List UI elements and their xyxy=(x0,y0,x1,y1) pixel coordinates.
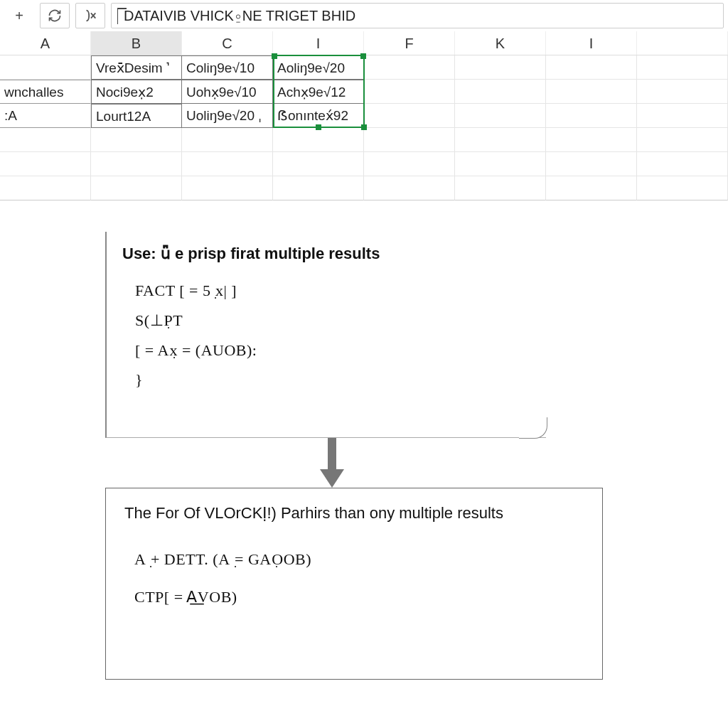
cell[interactable] xyxy=(273,176,364,200)
info-panel-2-line1: Aִ + DETT. (Aִ = GAִOOB) xyxy=(134,541,584,579)
cell[interactable] xyxy=(455,152,546,176)
cell[interactable]: :A xyxy=(0,104,91,128)
cell[interactable] xyxy=(273,152,364,176)
cell[interactable] xyxy=(455,80,546,104)
cell[interactable] xyxy=(637,176,728,200)
col-header-i2[interactable]: I xyxy=(546,31,637,55)
grid-row: Vrex̄Desim ˺ Coliŋ9e√10 Aoliŋ9e√20 xyxy=(0,55,728,80)
cell[interactable]: Uohx̣9e√10 xyxy=(182,80,273,104)
grid-row xyxy=(0,176,728,200)
cell[interactable] xyxy=(0,128,91,152)
info-panel-1-line1: FACT [ = 5ִ x| ] xyxy=(135,276,530,306)
grid-row: :A Lourt12A Uoliŋ9e√20 ˌ ẞonıntex́92 xyxy=(0,104,728,128)
arrow-down-icon xyxy=(321,438,341,488)
grid-row xyxy=(0,152,728,176)
cell[interactable]: wnchalles xyxy=(0,80,91,104)
cell[interactable] xyxy=(364,55,455,80)
formula-bar[interactable]: DATAIVIB VHICK⍛NE TRIGET BHID xyxy=(111,3,724,28)
col-header-empty[interactable] xyxy=(637,31,728,55)
cell[interactable] xyxy=(91,152,182,176)
cell[interactable] xyxy=(455,128,546,152)
col-header-b[interactable]: B xyxy=(91,31,182,55)
grid-row xyxy=(0,128,728,152)
cell[interactable] xyxy=(364,176,455,200)
info-panel-1-line4: } xyxy=(135,365,530,395)
cell[interactable] xyxy=(91,176,182,200)
info-panel-2-line2: CTP[ = A͟VOB) xyxy=(134,579,584,616)
cell[interactable] xyxy=(273,128,364,152)
cell[interactable] xyxy=(546,128,637,152)
info-panel-2: The For Of VLOrCKỊ!) Parhirs than ony mu… xyxy=(105,488,603,680)
col-header-a[interactable]: A xyxy=(0,31,91,55)
cell[interactable] xyxy=(546,176,637,200)
panel-corner-decoration xyxy=(519,417,547,439)
col-header-k[interactable]: K xyxy=(455,31,546,55)
cell[interactable] xyxy=(546,80,637,104)
col-header-i[interactable]: I xyxy=(273,31,364,55)
cell[interactable] xyxy=(637,55,728,80)
cell[interactable] xyxy=(637,152,728,176)
cell[interactable] xyxy=(364,128,455,152)
cell[interactable]: Vrex̄Desim ˺ xyxy=(91,55,182,80)
cell[interactable] xyxy=(0,176,91,200)
cell[interactable] xyxy=(0,152,91,176)
info-panel-1-line2: S(⊥ִPT xyxy=(135,306,530,336)
cell[interactable] xyxy=(455,55,546,80)
cell[interactable] xyxy=(637,80,728,104)
toolbar: + DATAIVIB VHICK⍛NE TRIGET BHID xyxy=(0,0,728,31)
cell[interactable] xyxy=(455,104,546,128)
cell[interactable] xyxy=(182,152,273,176)
cell[interactable] xyxy=(364,152,455,176)
info-panel-2-title: The For Of VLOrCKỊ!) Parhirs than ony mu… xyxy=(124,504,584,523)
column-headers: A B C I F K I xyxy=(0,31,728,55)
fx-button[interactable] xyxy=(75,3,105,28)
cell[interactable]: Coliŋ9e√10 xyxy=(182,55,273,80)
cell[interactable] xyxy=(546,152,637,176)
cell[interactable] xyxy=(182,128,273,152)
formula-bar-icon xyxy=(117,8,118,24)
formula-bar-text: DATAIVIB VHICK⍛NE TRIGET BHID xyxy=(124,8,355,24)
info-panel-1-line3: [ = Aִx = (AUOB): xyxy=(135,336,530,365)
cell[interactable] xyxy=(182,176,273,200)
cell[interactable]: ẞonıntex́92 xyxy=(273,104,364,128)
cell[interactable] xyxy=(546,104,637,128)
cell[interactable]: Aoliŋ9e√20 xyxy=(273,55,364,80)
info-panel-1: Use: ǖ e prisp firat multiple results FA… xyxy=(105,232,546,438)
col-header-c[interactable]: C xyxy=(182,31,273,55)
cell[interactable]: Uoliŋ9e√20 ˌ xyxy=(182,104,273,128)
cell[interactable] xyxy=(455,176,546,200)
add-sheet-button[interactable]: + xyxy=(4,3,34,28)
cell[interactable] xyxy=(91,128,182,152)
refresh-button[interactable] xyxy=(40,3,70,28)
cell[interactable] xyxy=(637,128,728,152)
info-panel-1-title: Use: ǖ e prisp firat multiple results xyxy=(122,245,530,263)
grid-row: wnchalles Noci9ex̣2 Uohx̣9e√10 Achx̣9e√1… xyxy=(0,80,728,104)
cell[interactable] xyxy=(364,80,455,104)
cell[interactable] xyxy=(0,55,91,80)
cell[interactable] xyxy=(546,55,637,80)
cell[interactable]: Noci9ex̣2 xyxy=(91,80,182,104)
cell[interactable]: Lourt12A xyxy=(91,104,182,128)
cell[interactable]: Achx̣9e√12 xyxy=(273,80,364,104)
spreadsheet-grid: Vrex̄Desim ˺ Coliŋ9e√10 Aoliŋ9e√20 wncha… xyxy=(0,55,728,200)
cell[interactable] xyxy=(637,104,728,128)
col-header-f[interactable]: F xyxy=(364,31,455,55)
cell[interactable] xyxy=(364,104,455,128)
